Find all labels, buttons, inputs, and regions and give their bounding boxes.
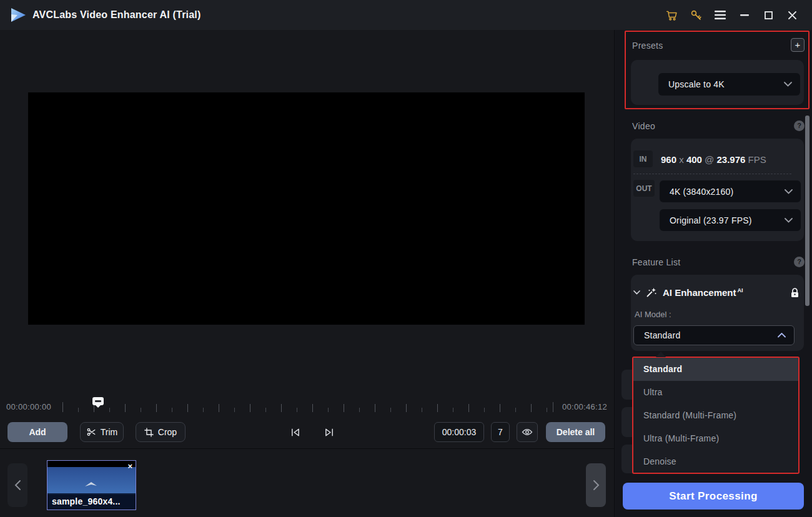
magic-wand-icon xyxy=(646,287,657,298)
crop-button-label: Crop xyxy=(158,427,177,437)
thumbnail-image xyxy=(47,467,136,495)
timeline-current-time: 00:00:00:00 xyxy=(6,402,51,411)
preview-eye-button[interactable] xyxy=(517,422,538,442)
in-fps-unit: FPS xyxy=(745,154,766,165)
preset-select[interactable]: Upscale to 4K xyxy=(658,73,800,96)
minimize-icon[interactable] xyxy=(736,7,753,23)
ai-model-dropdown: Standard Ultra Standard (Multi-Frame) Ul… xyxy=(632,357,800,474)
sidebar-scrollbar[interactable] xyxy=(805,116,810,306)
preset-select-value: Upscale to 4K xyxy=(658,79,725,89)
out-framerate-select[interactable]: Original (23.97 FPS) xyxy=(660,209,801,231)
app-title: AVCLabs Video Enhancer AI (Trial) xyxy=(32,0,201,30)
menu-icon[interactable] xyxy=(712,7,728,23)
divider xyxy=(633,174,791,174)
trim-time-input[interactable] xyxy=(434,422,484,442)
add-preset-button[interactable]: + xyxy=(791,38,805,52)
timeline-playhead[interactable] xyxy=(92,397,104,405)
lock-icon xyxy=(790,287,800,298)
feature-list-help-icon[interactable]: ? xyxy=(794,257,805,267)
chevron-up-icon xyxy=(778,333,786,338)
skip-to-start-icon[interactable] xyxy=(287,425,302,440)
thumbnail-filename: sample_960x4... xyxy=(47,493,136,510)
thumbnail-close-icon[interactable]: × xyxy=(127,461,132,471)
ai-model-select[interactable]: Standard xyxy=(633,325,795,345)
input-video-info: 960 x 400 @ 23.976 FPS xyxy=(661,154,766,165)
out-resolution-value: 4K (3840x2160) xyxy=(660,187,733,197)
trim-button[interactable]: Trim xyxy=(80,422,124,442)
frame-count-input[interactable] xyxy=(491,422,510,442)
bird-shape xyxy=(84,481,99,488)
app-window: AVCLabs Video Enhancer AI (Trial) xyxy=(0,0,812,517)
start-processing-label: Start Processing xyxy=(669,490,758,503)
ai-enhancement-title-text: AI Enhancement xyxy=(663,287,736,298)
in-sep: x xyxy=(676,154,686,165)
dropdown-option-standard-multi-frame[interactable]: Standard (Multi-Frame) xyxy=(633,404,798,427)
chevron-down-icon xyxy=(784,82,792,87)
ruler-major-ticks xyxy=(62,404,553,412)
timeline-ruler[interactable] xyxy=(62,398,553,412)
eye-icon xyxy=(522,428,533,436)
delete-all-label: Delete all xyxy=(557,427,595,437)
filmstrip-prev-icon[interactable] xyxy=(7,463,27,507)
in-fps: 23.976 xyxy=(716,154,745,165)
chevron-down-icon xyxy=(785,218,793,223)
timeline-total-time: 00:00:46:12 xyxy=(550,402,607,411)
feature-list-heading: Feature List xyxy=(632,257,681,267)
hidden-feature-panel xyxy=(621,370,633,400)
scissors-icon xyxy=(86,427,96,437)
titlebar: AVCLabs Video Enhancer AI (Trial) xyxy=(0,0,812,30)
ai-enhancement-header[interactable]: AI EnhancementAI xyxy=(633,284,800,300)
hidden-feature-panel xyxy=(621,407,633,437)
in-height: 400 xyxy=(686,154,702,165)
start-processing-button[interactable]: Start Processing xyxy=(623,483,804,510)
skip-to-end-icon[interactable] xyxy=(322,425,337,440)
in-badge: IN xyxy=(633,150,653,167)
delete-all-button[interactable]: Delete all xyxy=(546,422,605,442)
ai-model-label: AI Model : xyxy=(635,310,671,319)
close-icon[interactable] xyxy=(784,7,800,23)
ai-model-value: Standard xyxy=(634,330,680,340)
video-help-icon[interactable]: ? xyxy=(794,121,805,131)
video-thumbnail[interactable]: sample_960x4... × xyxy=(47,460,136,510)
out-framerate-value: Original (23.97 FPS) xyxy=(660,215,752,225)
in-width: 960 xyxy=(661,154,676,165)
add-button[interactable]: Add xyxy=(7,422,67,442)
video-preview xyxy=(28,92,585,325)
presets-heading: Presets xyxy=(632,41,663,51)
maximize-icon[interactable] xyxy=(760,7,776,23)
dropdown-notch xyxy=(656,352,666,357)
dropdown-option-ultra[interactable]: Ultra xyxy=(633,381,798,404)
key-icon[interactable] xyxy=(688,7,704,23)
chevron-down-icon xyxy=(785,189,793,194)
trim-button-label: Trim xyxy=(101,427,117,437)
in-at: @ xyxy=(702,154,717,165)
add-button-label: Add xyxy=(29,427,46,437)
dropdown-option-denoise[interactable]: Denoise xyxy=(633,450,798,473)
ai-superscript: AI xyxy=(738,287,743,293)
dropdown-option-ultra-multi-frame[interactable]: Ultra (Multi-Frame) xyxy=(633,426,798,450)
app-logo-icon xyxy=(9,6,27,24)
crop-button[interactable]: Crop xyxy=(136,422,186,442)
filmstrip-next-icon[interactable] xyxy=(586,463,606,507)
dropdown-option-standard[interactable]: Standard xyxy=(633,358,798,381)
hidden-feature-panel xyxy=(621,445,633,473)
chevron-down-icon xyxy=(633,290,640,295)
out-badge: OUT xyxy=(633,180,655,197)
ai-enhancement-title: AI EnhancementAI xyxy=(663,287,743,298)
cart-icon[interactable] xyxy=(663,7,680,23)
video-heading: Video xyxy=(632,121,655,131)
crop-icon xyxy=(144,428,154,437)
out-resolution-select[interactable]: 4K (3840x2160) xyxy=(660,180,801,202)
